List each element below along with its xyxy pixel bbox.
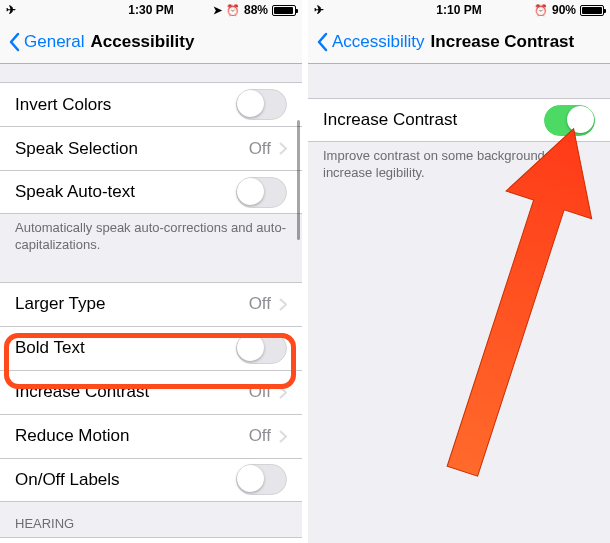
page-title: Accessibility [90, 32, 194, 52]
chevron-right-icon [279, 386, 287, 399]
airplane-icon: ✈ [6, 3, 16, 17]
row-label: Invert Colors [15, 95, 236, 115]
row-bold-text[interactable]: Bold Text [0, 326, 302, 370]
row-onoff-labels[interactable]: On/Off Labels [0, 458, 302, 502]
status-bar: ✈ 1:30 PM ➤ ⏰ 88% [0, 0, 302, 20]
battery-icon [272, 5, 296, 16]
scroll-indicator [297, 120, 300, 240]
back-label: Accessibility [332, 32, 425, 52]
row-larger-type[interactable]: Larger Type Off [0, 282, 302, 326]
row-value: Off [249, 426, 271, 446]
row-increase-contrast[interactable]: Increase Contrast [308, 98, 610, 142]
battery-pct: 88% [244, 3, 268, 17]
row-label: Bold Text [15, 338, 236, 358]
phone-right: ✈ 1:10 PM ⏰ 90% Accessibility Increase C… [308, 0, 610, 543]
battery-icon [580, 5, 604, 16]
status-time: 1:10 PM [436, 3, 481, 17]
back-button[interactable]: General [8, 32, 84, 52]
alarm-icon: ⏰ [534, 4, 548, 17]
chevron-right-icon [279, 142, 287, 155]
row-label: Increase Contrast [323, 110, 544, 130]
row-value: Off [249, 294, 271, 314]
chevron-right-icon [279, 298, 287, 311]
row-value: Off [249, 382, 271, 402]
row-speak-selection[interactable]: Speak Selection Off [0, 126, 302, 170]
alarm-icon: ⏰ [226, 4, 240, 17]
row-speak-auto-text[interactable]: Speak Auto-text [0, 170, 302, 214]
toggle-switch[interactable] [236, 177, 287, 208]
content-area[interactable]: Increase Contrast Improve contrast on so… [308, 64, 610, 543]
battery-pct: 90% [552, 3, 576, 17]
row-invert-colors[interactable]: Invert Colors [0, 82, 302, 126]
row-value: Off [249, 139, 271, 159]
section-footer: Automatically speak auto-corrections and… [0, 214, 302, 262]
toggle-switch[interactable] [236, 89, 287, 120]
toggle-switch[interactable] [236, 333, 287, 364]
row-increase-contrast[interactable]: Increase Contrast Off [0, 370, 302, 414]
location-icon: ➤ [213, 4, 222, 17]
chevron-left-icon [8, 32, 20, 52]
toggle-switch[interactable] [544, 105, 595, 136]
nav-bar: General Accessibility [0, 20, 302, 64]
row-reduce-motion[interactable]: Reduce Motion Off [0, 414, 302, 458]
status-bar: ✈ 1:10 PM ⏰ 90% [308, 0, 610, 20]
airplane-icon: ✈ [314, 3, 324, 17]
row-label: Increase Contrast [15, 382, 249, 402]
row-hearing-item[interactable] [0, 537, 302, 543]
content-area[interactable]: Invert Colors Speak Selection Off Speak … [0, 64, 302, 543]
row-label: Reduce Motion [15, 426, 249, 446]
page-title: Increase Contrast [431, 32, 575, 52]
row-label: Speak Auto-text [15, 182, 236, 202]
back-button[interactable]: Accessibility [316, 32, 425, 52]
nav-bar: Accessibility Increase Contrast [308, 20, 610, 64]
phone-left: ✈ 1:30 PM ➤ ⏰ 88% General Accessibility … [0, 0, 302, 543]
row-label: On/Off Labels [15, 470, 236, 490]
row-label: Speak Selection [15, 139, 249, 159]
section-header: HEARING [0, 502, 302, 537]
chevron-left-icon [316, 32, 328, 52]
back-label: General [24, 32, 84, 52]
row-label: Larger Type [15, 294, 249, 314]
section-footer: Improve contrast on some backgrounds to … [308, 142, 610, 190]
status-time: 1:30 PM [128, 3, 173, 17]
chevron-right-icon [279, 430, 287, 443]
toggle-switch[interactable] [236, 464, 287, 495]
